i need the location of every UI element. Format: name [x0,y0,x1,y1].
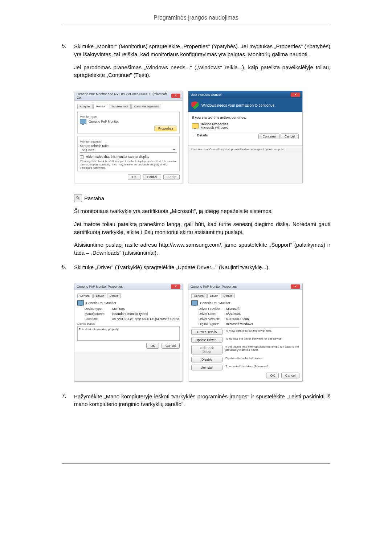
uac-title: User Account Control [191,93,221,97]
close-icon[interactable]: ✕ [291,284,300,289]
step-5: 5. Skirtuke „Monitor" (Monitorius) sprag… [62,42,330,84]
digital-signer-value: microsoft windows [226,322,253,326]
properties-driver-dialog: Generic PnP Monitor Properties ✕ General… [188,283,303,382]
step7-para1: Pažymėkite „Mano kompiuteryje ieškoti tv… [74,393,330,409]
footer-rule [62,463,330,464]
note-icon: ✎ [74,194,82,202]
device-status-label: Device status [77,322,180,325]
refresh-rate-select[interactable]: 60 Hertz ▼ [80,148,177,153]
digital-signer-label: Digital Signer: [199,322,224,326]
driver-provider-label: Driver Provider: [199,307,224,311]
hide-modes-label: Hide modes that this monitor cannot disp… [86,155,150,159]
driver-details-button[interactable]: Driver Details [191,329,222,335]
uac-details[interactable]: Details [197,134,208,137]
close-icon[interactable]: ✕ [291,93,300,97]
dialog-title: Generic PnP Monitor and NVIDIA GeForce 6… [77,92,171,99]
monitor-type-label: Monitor Type [80,115,177,118]
tab-general[interactable]: General [191,293,207,298]
cancel-button[interactable]: Cancel [281,134,299,139]
uac-dialog: User Account Control ✕ Windows needs you… [188,91,303,183]
close-icon[interactable]: ✕ [171,94,180,98]
manufacturer-value: (Standard monitor types) [112,312,148,316]
location-label: Location: [85,317,110,321]
device-type-value: Monitors [112,307,125,311]
tab-details[interactable]: Details [107,293,121,298]
apply-button[interactable]: Apply [163,174,180,180]
step-body: Skirtuke „Monitor" (Monitorius) spragtel… [74,42,330,84]
tab-troubleshoot[interactable]: Troubleshoot [109,104,131,109]
shield-icon [191,101,199,109]
note-p2: Jei matote toliau pateiktą pranešimo lan… [74,220,330,236]
monitor-dialog: Generic PnP Monitor and NVIDIA GeForce 6… [74,91,183,183]
uac-ms-windows: Microsoft Windows [201,126,228,130]
tab-driver[interactable]: Driver [93,293,106,298]
tab-color[interactable]: Color Management [131,104,161,109]
step-number: 7. [62,393,74,414]
properties-general-dialog: Generic PnP Monitor Properties ✕ General… [74,283,183,382]
uninstall-button[interactable]: Uninstall [191,365,222,370]
page-title: Programinės įrangos naudojimas [62,15,330,24]
device-type-label: Device type: [85,307,110,311]
cancel-button[interactable]: Cancel [162,343,180,349]
update-driver-desc: To update the driver software for this d… [225,337,299,341]
ok-button[interactable]: OK [146,343,159,349]
device-icon [192,123,199,128]
dialog-title: Generic PnP Monitor Properties [191,285,237,288]
chevron-down-icon: ▼ [173,148,175,152]
step-number: 5. [62,42,74,84]
tab-monitor[interactable]: Monitor [93,104,108,109]
update-driver-button[interactable]: Update Driver... [191,337,222,343]
monitor-icon [77,300,84,305]
refresh-rate-label: Screen refresh rate: [80,144,177,148]
uac-footer: User Account Control helps stop unauthor… [188,145,302,153]
uac-banner-text: Windows needs your permission to contion… [201,103,275,107]
device-name: Generic PnP Monitor [200,301,230,305]
ok-button[interactable]: OK [266,373,279,378]
driver-provider-value: Microsoft [226,307,240,311]
step-6: 6. Skirtuke „Driver" (Tvarkyklė) spragte… [62,263,330,276]
driver-date-label: Driver Date: [199,312,224,316]
tab-details[interactable]: Details [221,293,235,298]
monitor-name: Generic PnP Monitor [89,120,119,123]
note-p3: Atsisiuntimo puslapį rasite adresu http:… [74,241,330,257]
rollback-driver-desc: If the device fails after updating the d… [225,345,299,352]
step-7: 7. Pažymėkite „Mano kompiuteryje ieškoti… [62,393,330,414]
uninstall-desc: To uninstall the driver (Advanced). [225,365,299,368]
screenshot-row-1: Generic PnP Monitor and NVIDIA GeForce 6… [74,91,330,183]
properties-button[interactable]: Properties [154,126,177,131]
step5-para1: Skirtuke „Monitor" (Monitorius) spragtel… [74,42,330,58]
step-body: Pažymėkite „Mano kompiuteryje ieškoti tv… [74,393,330,414]
device-name: Generic PnP Monitor [86,301,116,305]
ok-button[interactable]: OK [128,174,140,180]
driver-details-desc: To view details about the driver files. [225,329,299,333]
driver-version-value: 6.0.6000.16386 [226,317,249,321]
note-label: Pastaba [84,195,104,201]
step5-para2: Jei parodomas pranešimas „Windows needs.… [74,63,330,79]
tab-general[interactable]: General [77,293,93,298]
note-block: ✎ Pastaba Ši monitoriaus tvarkyklė yra s… [74,194,330,257]
note-p1: Ši monitoriaus tvarkyklė yra sertifikuot… [74,207,330,215]
hide-modes-checkbox[interactable]: ✓ [80,155,83,159]
uac-device-properties: Device Properties [201,122,228,126]
monitor-icon [191,300,198,305]
hide-modes-desc: Clearing this check box allows you to se… [80,160,177,169]
disable-button[interactable]: Disable [191,357,222,362]
close-icon[interactable]: ✕ [171,284,180,289]
device-status-text: This device is working properly. [77,326,180,341]
uac-if-started: If you started this action, continue. [192,116,299,119]
manufacturer-label: Manufacturer: [85,312,110,316]
tab-adapter[interactable]: Adapter [77,104,93,109]
cancel-button[interactable]: Cancel [143,174,161,180]
continue-button[interactable]: Continue [258,134,279,139]
rollback-driver-button[interactable]: Roll Back Driver [191,345,222,354]
step6-para1: Skirtuke „Driver" (Tvarkyklė) spragtelėk… [74,263,330,271]
dialog-title: Generic PnP Monitor Properties [77,285,123,288]
screenshot-row-2: Generic PnP Monitor Properties ✕ General… [74,283,330,382]
chevron-down-icon[interactable]: ⌄ [192,134,195,137]
tab-driver[interactable]: Driver [207,293,220,298]
cancel-button[interactable]: Cancel [281,373,299,378]
driver-date-value: 6/21/2006 [226,312,241,316]
step-body: Skirtuke „Driver" (Tvarkyklė) spragtelėk… [74,263,330,276]
monitor-icon [80,119,86,124]
step-number: 6. [62,263,74,276]
